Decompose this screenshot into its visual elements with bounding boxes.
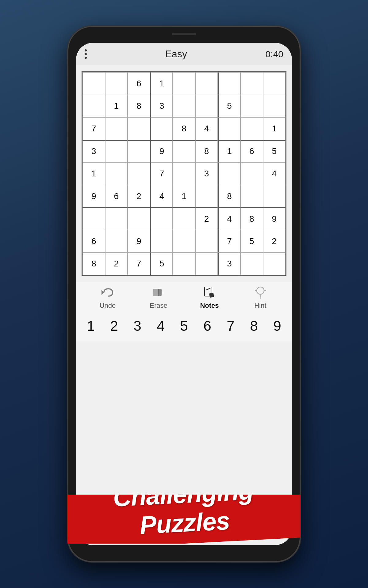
phone-frame: Easy 0:40 611835784139816517349624182489… <box>67 26 301 562</box>
sudoku-cell[interactable]: 5 <box>240 230 263 253</box>
sudoku-cell[interactable] <box>128 207 150 230</box>
sudoku-cell[interactable] <box>105 162 128 185</box>
hint-button[interactable]: Hint <box>247 285 274 310</box>
sudoku-cell[interactable] <box>173 140 195 163</box>
sudoku-cell[interactable]: 8 <box>173 117 195 140</box>
sudoku-cell[interactable] <box>128 117 150 140</box>
sudoku-cell[interactable]: 6 <box>128 72 150 95</box>
sudoku-cell[interactable]: 4 <box>150 185 173 208</box>
notes-button[interactable]: Notes <box>196 285 223 310</box>
sudoku-cell[interactable]: 2 <box>195 207 218 230</box>
sudoku-cell[interactable]: 2 <box>105 253 128 275</box>
sudoku-cell[interactable] <box>128 162 150 185</box>
number-button[interactable]: 9 <box>268 318 287 334</box>
sudoku-cell[interactable] <box>218 117 240 140</box>
sudoku-cell[interactable] <box>195 72 218 95</box>
number-button[interactable]: 1 <box>81 318 100 334</box>
sudoku-cell[interactable] <box>263 253 286 275</box>
undo-button[interactable]: Undo <box>94 285 121 310</box>
sudoku-cell[interactable]: 7 <box>150 162 173 185</box>
sudoku-cell[interactable] <box>218 72 240 95</box>
number-button[interactable]: 8 <box>244 318 263 334</box>
sudoku-cell[interactable] <box>105 207 128 230</box>
sudoku-cell[interactable]: 7 <box>82 117 105 140</box>
sudoku-cell[interactable] <box>195 95 218 118</box>
sudoku-cell[interactable]: 7 <box>128 253 150 275</box>
sudoku-cell[interactable] <box>218 162 240 185</box>
sudoku-cell[interactable]: 6 <box>240 140 263 163</box>
sudoku-cell[interactable] <box>240 95 263 118</box>
number-button[interactable]: 6 <box>198 318 217 334</box>
sudoku-cell[interactable] <box>173 253 195 275</box>
number-button[interactable]: 7 <box>221 318 240 334</box>
sudoku-cell[interactable] <box>150 230 173 253</box>
sudoku-cell[interactable]: 3 <box>150 95 173 118</box>
sudoku-grid-container: 6118357841398165173496241824896975282753 <box>82 71 286 276</box>
sudoku-cell[interactable]: 9 <box>82 185 105 208</box>
sudoku-cell[interactable] <box>195 230 218 253</box>
sudoku-cell[interactable]: 8 <box>82 253 105 275</box>
sudoku-cell[interactable]: 2 <box>263 230 286 253</box>
sudoku-cell[interactable]: 3 <box>218 253 240 275</box>
menu-icon[interactable] <box>85 49 87 59</box>
sudoku-cell[interactable] <box>240 253 263 275</box>
svg-point-8 <box>257 287 264 294</box>
sudoku-cell[interactable] <box>128 140 150 163</box>
sudoku-cell[interactable]: 1 <box>263 117 286 140</box>
number-button[interactable]: 2 <box>105 318 124 334</box>
sudoku-cell[interactable] <box>173 72 195 95</box>
sudoku-cell[interactable]: 9 <box>128 230 150 253</box>
sudoku-cell[interactable]: 6 <box>105 185 128 208</box>
sudoku-cell[interactable]: 5 <box>263 140 286 163</box>
sudoku-cell[interactable] <box>173 95 195 118</box>
sudoku-cell[interactable] <box>240 185 263 208</box>
sudoku-cell[interactable]: 8 <box>195 140 218 163</box>
sudoku-cell[interactable] <box>195 185 218 208</box>
sudoku-cell[interactable] <box>105 140 128 163</box>
sudoku-cell[interactable]: 3 <box>82 140 105 163</box>
sudoku-cell[interactable] <box>105 72 128 95</box>
sudoku-cell[interactable]: 6 <box>82 230 105 253</box>
menu-dot-3 <box>85 57 87 59</box>
sudoku-cell[interactable]: 1 <box>218 140 240 163</box>
sudoku-cell[interactable]: 8 <box>128 95 150 118</box>
sudoku-cell[interactable] <box>263 95 286 118</box>
phone-wrapper: Easy 0:40 611835784139816517349624182489… <box>67 26 301 562</box>
sudoku-cell[interactable] <box>263 72 286 95</box>
sudoku-cell[interactable] <box>173 207 195 230</box>
sudoku-cell[interactable]: 8 <box>218 185 240 208</box>
sudoku-cell[interactable] <box>82 95 105 118</box>
sudoku-cell[interactable]: 8 <box>240 207 263 230</box>
sudoku-cell[interactable]: 5 <box>150 253 173 275</box>
sudoku-cell[interactable] <box>150 117 173 140</box>
erase-button[interactable]: ✕ Erase <box>145 285 172 310</box>
sudoku-cell[interactable]: 1 <box>150 72 173 95</box>
sudoku-cell[interactable] <box>240 162 263 185</box>
sudoku-cell[interactable] <box>82 207 105 230</box>
sudoku-cell[interactable] <box>173 230 195 253</box>
sudoku-cell[interactable]: 4 <box>218 207 240 230</box>
sudoku-cell[interactable]: 5 <box>218 95 240 118</box>
sudoku-cell[interactable] <box>240 117 263 140</box>
sudoku-cell[interactable]: 4 <box>195 117 218 140</box>
sudoku-cell[interactable] <box>195 253 218 275</box>
sudoku-cell[interactable] <box>105 230 128 253</box>
sudoku-cell[interactable]: 1 <box>82 162 105 185</box>
sudoku-cell[interactable]: 1 <box>105 95 128 118</box>
sudoku-cell[interactable]: 2 <box>128 185 150 208</box>
sudoku-cell[interactable] <box>105 117 128 140</box>
sudoku-cell[interactable]: 9 <box>263 207 286 230</box>
sudoku-cell[interactable]: 1 <box>173 185 195 208</box>
number-button[interactable]: 3 <box>128 318 147 334</box>
number-button[interactable]: 4 <box>151 318 170 334</box>
number-button[interactable]: 5 <box>174 318 194 334</box>
sudoku-cell[interactable] <box>173 162 195 185</box>
sudoku-cell[interactable] <box>263 185 286 208</box>
sudoku-cell[interactable] <box>82 72 105 95</box>
sudoku-cell[interactable]: 9 <box>150 140 173 163</box>
sudoku-cell[interactable]: 3 <box>195 162 218 185</box>
sudoku-cell[interactable]: 7 <box>218 230 240 253</box>
sudoku-cell[interactable] <box>240 72 263 95</box>
sudoku-cell[interactable] <box>150 207 173 230</box>
sudoku-cell[interactable]: 4 <box>263 162 286 185</box>
